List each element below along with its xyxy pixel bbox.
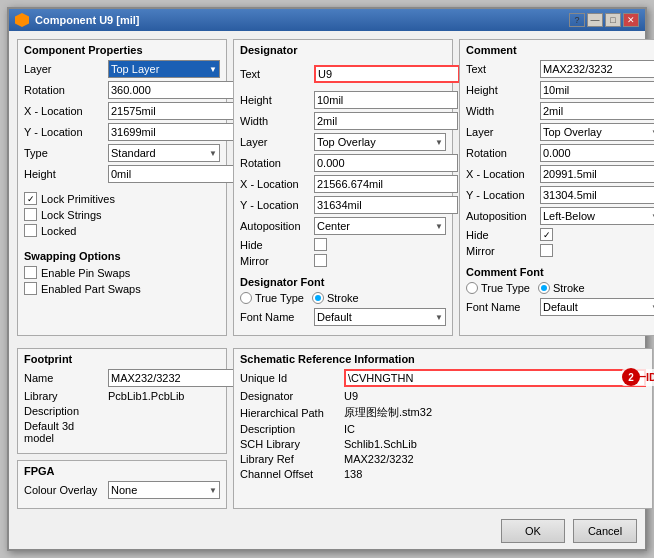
sch-desc-value: IC: [344, 423, 355, 435]
com-width-input[interactable]: [540, 102, 654, 120]
des-stroke-radio[interactable]: [312, 292, 324, 304]
des-font-name-dropdown[interactable]: Default ▼: [314, 308, 446, 326]
designator-section: Designator Text 标识 Height Width Layer To…: [233, 39, 453, 336]
fp-name-input[interactable]: [108, 369, 252, 387]
com-hide-checkbox[interactable]: [540, 228, 553, 241]
des-layer-label: Layer: [240, 136, 310, 148]
sch-hier-value: 原理图绘制.stm32: [344, 405, 432, 420]
layer-dropdown[interactable]: Top Layer ▼: [108, 60, 220, 78]
sch-designator-label: Designator: [240, 390, 340, 402]
fp-desc-row: Description: [24, 405, 220, 417]
com-true-type-option[interactable]: True Type: [466, 282, 530, 294]
sch-channel-label: Channel Offset: [240, 468, 340, 480]
com-width-row: Width: [466, 102, 654, 120]
com-mirror-row: Mirror: [466, 244, 654, 257]
height-input[interactable]: [108, 165, 252, 183]
fp-name-label: Name: [24, 372, 104, 384]
com-height-label: Height: [466, 84, 536, 96]
layer-label: Layer: [24, 63, 104, 75]
com-font-name-dropdown[interactable]: Default ▼: [540, 298, 654, 316]
com-width-label: Width: [466, 105, 536, 117]
com-yloc-label: Y - Location: [466, 189, 536, 201]
y-location-input[interactable]: [108, 123, 252, 141]
cancel-button[interactable]: Cancel: [573, 519, 637, 543]
des-yloc-row: Y - Location: [240, 196, 446, 214]
des-width-input[interactable]: [314, 112, 458, 130]
com-mirror-label: Mirror: [466, 245, 536, 257]
ok-button[interactable]: OK: [501, 519, 565, 543]
des-font-name-label: Font Name: [240, 311, 310, 323]
locked-checkbox[interactable]: [24, 224, 37, 237]
x-location-row: X - Location: [24, 102, 220, 120]
com-hide-row: Hide: [466, 228, 654, 241]
lock-primitives-label: Lock Primitives: [41, 193, 115, 205]
des-autopos-dropdown[interactable]: Center ▼: [314, 217, 446, 235]
y-location-row: Y - Location: [24, 123, 220, 141]
close-button[interactable]: ✕: [623, 13, 639, 27]
sch-libref-label: Library Ref: [240, 453, 340, 465]
unique-id-input[interactable]: [344, 369, 646, 387]
des-mirror-checkbox[interactable]: [314, 254, 327, 267]
com-font-name-label: Font Name: [466, 301, 536, 313]
com-mirror-checkbox[interactable]: [540, 244, 553, 257]
type-dropdown[interactable]: Standard ▼: [108, 144, 220, 162]
com-height-input[interactable]: [540, 81, 654, 99]
com-height-row: Height: [466, 81, 654, 99]
des-width-row: Width: [240, 112, 446, 130]
des-layer-row: Layer Top Overlay ▼: [240, 133, 446, 151]
fpga-colour-dropdown[interactable]: None ▼: [108, 481, 220, 499]
des-rotation-label: Rotation: [240, 157, 310, 169]
enabled-part-swaps-checkbox[interactable]: [24, 282, 37, 295]
com-text-input[interactable]: [540, 60, 654, 78]
x-location-input[interactable]: [108, 102, 252, 120]
type-label: Type: [24, 147, 104, 159]
sch-desc-row: Description IC: [240, 423, 646, 435]
com-layer-dropdown[interactable]: Top Overlay ▼: [540, 123, 654, 141]
lock-primitives-checkbox[interactable]: [24, 192, 37, 205]
des-hide-label: Hide: [240, 239, 310, 251]
com-rotation-input[interactable]: [540, 144, 654, 162]
com-font-name-row: Font Name Default ▼: [466, 298, 654, 316]
maximize-button[interactable]: □: [605, 13, 621, 27]
height-row: Height: [24, 165, 220, 183]
fpga-section: FPGA Colour Overlay None ▼: [17, 460, 227, 509]
des-height-input[interactable]: [314, 91, 458, 109]
sch-library-label: SCH Library: [240, 438, 340, 450]
minimize-button[interactable]: —: [587, 13, 603, 27]
des-rotation-input[interactable]: [314, 154, 458, 172]
des-text-input[interactable]: [314, 65, 460, 83]
com-autopos-dropdown[interactable]: Left-Below ▼: [540, 207, 654, 225]
fp-3d-label: Default 3d model: [24, 420, 104, 444]
comment-title: Comment: [466, 44, 654, 56]
des-true-type-radio[interactable]: [240, 292, 252, 304]
type-row: Type Standard ▼: [24, 144, 220, 162]
sch-hier-label: Hierarchical Path: [240, 407, 340, 419]
help-button[interactable]: ?: [569, 13, 585, 27]
com-true-type-radio[interactable]: [466, 282, 478, 294]
com-stroke-radio[interactable]: [538, 282, 550, 294]
des-yloc-input[interactable]: [314, 196, 458, 214]
des-true-type-option[interactable]: True Type: [240, 292, 304, 304]
lock-strings-checkbox[interactable]: [24, 208, 37, 221]
des-xloc-input[interactable]: [314, 175, 458, 193]
enable-pin-swaps-checkbox[interactable]: [24, 266, 37, 279]
com-xloc-input[interactable]: [540, 165, 654, 183]
com-yloc-input[interactable]: [540, 186, 654, 204]
sch-channel-row: Channel Offset 138: [240, 468, 646, 480]
lock-primitives-row: Lock Primitives: [24, 192, 220, 205]
sch-designator-value: U9: [344, 390, 358, 402]
rotation-input[interactable]: [108, 81, 252, 99]
fp-name-row: Name ...: [24, 369, 220, 387]
com-autopos-row: Autoposition Left-Below ▼: [466, 207, 654, 225]
com-stroke-option[interactable]: Stroke: [538, 282, 585, 294]
designator-title: Designator: [240, 44, 446, 56]
des-hide-checkbox[interactable]: [314, 238, 327, 251]
fpga-title: FPGA: [24, 465, 220, 477]
des-autopos-label: Autoposition: [240, 220, 310, 232]
des-layer-dropdown[interactable]: Top Overlay ▼: [314, 133, 446, 151]
des-stroke-option[interactable]: Stroke: [312, 292, 359, 304]
des-xloc-label: X - Location: [240, 178, 310, 190]
des-autopos-row: Autoposition Center ▼: [240, 217, 446, 235]
com-xloc-label: X - Location: [466, 168, 536, 180]
des-height-label: Height: [240, 94, 310, 106]
